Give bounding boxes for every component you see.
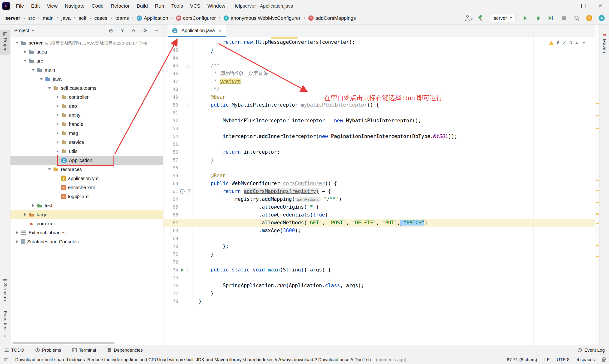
tree-chevron-icon[interactable] [47, 86, 52, 91]
tree-item-self-cases-teams[interactable]: self.cases.teams [11, 83, 163, 92]
tree-item-external-libraries[interactable]: External Libraries [11, 228, 163, 237]
warning-stripe-mark[interactable] [596, 202, 599, 203]
search-everywhere-icon[interactable] [573, 15, 580, 21]
code-line[interactable]: 73 [163, 258, 595, 266]
fold-marker-icon[interactable]: + [187, 189, 191, 194]
menu-build[interactable]: Build [133, 0, 152, 12]
breadcrumb-item-cases[interactable]: cases [93, 15, 108, 21]
tree-chevron-icon[interactable] [15, 40, 20, 45]
menu-code[interactable]: Code [88, 0, 107, 12]
event-log-button[interactable]: Event Log [577, 348, 605, 353]
settings-gear-icon[interactable] [142, 28, 148, 34]
breadcrumb-item-corsconfigurer[interactable]: mcorsConfigurer [175, 15, 217, 21]
breadcrumb-item-self[interactable]: self [78, 15, 87, 21]
warning-stripe-mark[interactable] [596, 245, 599, 246]
code-line[interactable]: 56 return interceptor; [163, 148, 595, 156]
tree-chevron-icon[interactable] [55, 122, 60, 127]
breadcrumb-item-addcorsmappings[interactable]: maddCorsMappings [307, 15, 357, 21]
breadcrumb-item-anonymous-webmvcconfigurer[interactable]: aanonymous WebMvcConfigurer [223, 15, 301, 21]
caret-position[interactable]: 67:71 (8 chars) [507, 357, 537, 362]
code-line[interactable]: 70 }; [163, 242, 595, 250]
gutter[interactable]: 54 [163, 132, 193, 140]
tree-item-server[interactable]: serverE:\项目实战整理\1. JAVA实战项目\2022-01-17 学… [11, 38, 163, 47]
fold-marker-icon[interactable]: - [187, 103, 191, 107]
gutter[interactable]: 57 [163, 156, 193, 164]
gutter[interactable]: 53 [163, 125, 193, 132]
tree-item-scratches-and-consoles[interactable]: Scratches and Consoles [11, 237, 163, 246]
error-stripe[interactable] [595, 25, 599, 345]
warning-stripe-mark[interactable] [596, 223, 599, 224]
gutter[interactable]: 47 [163, 78, 193, 85]
code-with-me-icon[interactable] [598, 15, 605, 21]
menu-navigate[interactable]: Navigate [61, 0, 88, 12]
indent-style[interactable]: 4 spaces [577, 357, 595, 362]
menu-refactor[interactable]: Refactor [107, 0, 133, 12]
tree-item-log4j2-xml[interactable]: Xlog4j2.xml [11, 192, 163, 201]
previous-issue-icon[interactable] [575, 41, 579, 45]
tree-chevron-icon[interactable] [55, 113, 60, 117]
code-line[interactable]: 47 * @return [163, 78, 595, 85]
menu-view[interactable]: View [43, 0, 61, 12]
warning-stripe-mark[interactable] [596, 190, 599, 191]
gutter[interactable]: 45- [163, 62, 193, 70]
run-button[interactable] [522, 15, 529, 21]
code-line[interactable]: 49 @Bean [163, 93, 595, 101]
tool-window-todo[interactable]: TODO [4, 348, 24, 353]
line-separator[interactable]: LF [544, 357, 550, 362]
breadcrumb-item-teams[interactable]: teams [115, 15, 130, 21]
user-icon[interactable] [464, 15, 471, 21]
tree-chevron-icon[interactable] [55, 131, 60, 136]
tree-item-target[interactable]: target [11, 210, 163, 219]
tree-item-service[interactable]: service [11, 138, 163, 147]
run-config-select[interactable]: server [490, 14, 516, 22]
tree-item-entity[interactable]: entity [11, 111, 163, 120]
gutter[interactable]: 43 [163, 46, 193, 54]
code-line[interactable]: 60 public WebMvcConfigurer corsConfigure… [163, 180, 595, 187]
code-line[interactable]: 64 registry.addMapping(pathPattern: "/**… [163, 195, 595, 203]
code-line[interactable]: 50- public MybatisPlusInterceptor mybati… [163, 101, 595, 109]
tree-item-application-yml[interactable]: Yapplication.yml [11, 174, 163, 183]
gutter[interactable]: 60 [163, 180, 193, 187]
gutter[interactable]: 58 [163, 164, 193, 172]
fold-marker-icon[interactable]: - [187, 268, 191, 272]
code-line[interactable]: 54 interceptor.addInnerInterceptor(new P… [163, 132, 595, 140]
code-line[interactable]: 55 [163, 140, 595, 148]
tree-chevron-icon[interactable] [23, 212, 28, 217]
warning-stripe-mark[interactable] [596, 213, 599, 215]
breadcrumb-item-main[interactable]: main [42, 15, 55, 21]
code-line[interactable]: 78} [163, 297, 595, 305]
gutter[interactable]: 75 [163, 274, 193, 282]
tree-item-ehcache-xml[interactable]: Xehcache.xml [11, 183, 163, 192]
warning-stripe-mark[interactable] [596, 103, 599, 104]
menu-vcs[interactable]: VCS [186, 0, 204, 12]
tree-item-pom-xml[interactable]: mpom.xml [11, 219, 163, 228]
stop-button[interactable] [560, 15, 567, 21]
next-issue-icon[interactable] [582, 41, 586, 45]
code-line[interactable]: 59 @Bean [163, 172, 595, 180]
code-line[interactable]: 44 [163, 54, 595, 62]
gutter[interactable]: 76 [163, 282, 193, 289]
gutter[interactable]: 61↑+ [163, 187, 193, 195]
menu-window[interactable]: Window [204, 0, 229, 12]
tree-chevron-icon[interactable] [55, 149, 60, 154]
gutter[interactable]: 46 [163, 70, 193, 78]
code-line[interactable]: 43 } [163, 46, 595, 54]
read-only-lock-icon[interactable] [602, 359, 605, 362]
tree-chevron-icon[interactable] [31, 67, 36, 72]
menu-edit[interactable]: Edit [28, 0, 43, 12]
debug-button[interactable] [535, 15, 542, 21]
locate-file-icon[interactable] [108, 28, 114, 34]
code-line[interactable]: 58 [163, 164, 595, 172]
code-line[interactable]: 74- public static void main(String[] arg… [163, 266, 595, 274]
tree-item-test[interactable]: test [11, 201, 163, 210]
file-encoding[interactable]: UTF-8 [557, 357, 570, 362]
tree-item-utils[interactable]: utils [11, 147, 163, 156]
code-line[interactable]: 51 [163, 109, 595, 117]
editor-content[interactable]: 42 return new HttpMessageConverters(conv… [163, 37, 595, 345]
tool-stripe-favorites[interactable]: Favorites [0, 309, 10, 340]
tool-stripe-maven[interactable]: m Maven [600, 30, 609, 55]
menu-file[interactable]: File [12, 0, 28, 12]
code-line[interactable]: 67 .allowedMethods("GET", "POST", "DELET… [163, 219, 595, 227]
code-line[interactable]: 66 .allowCredentials(true) [163, 211, 595, 219]
tool-window-terminal[interactable]: Terminal [72, 348, 96, 353]
